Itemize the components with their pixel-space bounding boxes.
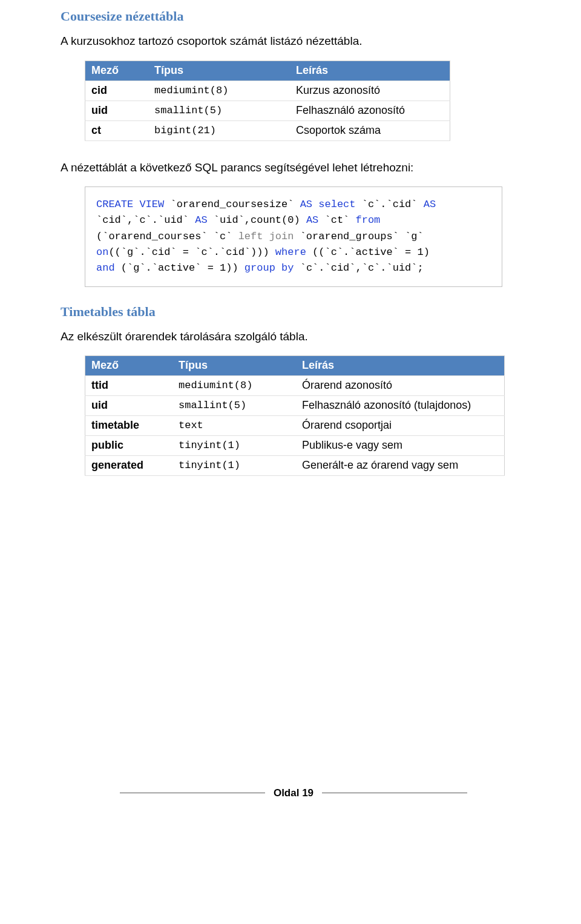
code-token: select bbox=[318, 199, 355, 210]
cell-field: generated bbox=[85, 456, 173, 476]
cell-desc: Órarend csoportjai bbox=[296, 416, 505, 436]
th-desc: Leírás bbox=[290, 61, 450, 81]
code-token: (`g`.`active` = 1)) bbox=[115, 262, 245, 274]
sql-code-block: CREATE VIEW `orarend_coursesize` AS sele… bbox=[85, 186, 502, 287]
cell-type: tinyint(1) bbox=[172, 436, 296, 456]
code-token: `orarend_groups` `g` bbox=[294, 231, 423, 242]
code-token: by bbox=[281, 262, 294, 274]
code-token: group bbox=[245, 262, 275, 274]
th-field: Mező bbox=[85, 61, 149, 81]
table-row: ttid mediumint(8) Órarend azonosító bbox=[85, 376, 505, 396]
cell-field: ct bbox=[85, 120, 149, 140]
table-row: timetable text Órarend csoportjai bbox=[85, 416, 505, 436]
code-token: from bbox=[356, 214, 381, 226]
code-token: `c`.`cid` bbox=[356, 199, 424, 210]
code-token: AS bbox=[195, 214, 207, 226]
table-timetables: Mező Típus Leírás ttid mediumint(8) Órar… bbox=[85, 355, 505, 476]
cell-desc: Felhasználó azonosító bbox=[290, 101, 450, 120]
table-coursesize: Mező Típus Leírás cid mediumint(8) Kurzu… bbox=[85, 61, 450, 141]
cell-field: cid bbox=[85, 81, 149, 101]
code-token: AS bbox=[424, 199, 436, 210]
table-row: uid smallint(5) Felhasználó azonosító bbox=[85, 101, 450, 120]
cell-desc: Órarend azonosító bbox=[296, 376, 505, 396]
code-token bbox=[312, 199, 318, 210]
page-number: Oldal 19 bbox=[274, 787, 313, 799]
code-token: VIEW bbox=[133, 199, 164, 210]
th-type: Típus bbox=[148, 61, 290, 81]
cell-desc: Kurzus azonosító bbox=[290, 81, 450, 101]
code-token: left join bbox=[238, 231, 294, 242]
table-row: cid mediumint(8) Kurzus azonosító bbox=[85, 81, 450, 101]
section-desc-timetables: Az elkészült órarendek tárolására szolgá… bbox=[61, 328, 527, 345]
code-token: (`orarend_courses` `c` bbox=[96, 231, 238, 242]
footer-rule-right bbox=[322, 793, 467, 793]
section-title-coursesize: Coursesize nézettábla bbox=[61, 8, 527, 24]
cell-field: timetable bbox=[85, 416, 173, 436]
code-token: and bbox=[96, 262, 115, 274]
code-token: AS bbox=[300, 199, 312, 210]
cell-field: uid bbox=[85, 101, 149, 120]
cell-type: mediumint(8) bbox=[148, 81, 290, 101]
cell-type: text bbox=[172, 416, 296, 436]
cell-desc: Publikus-e vagy sem bbox=[296, 436, 505, 456]
table-row: ct bigint(21) Csoportok száma bbox=[85, 120, 450, 140]
th-desc: Leírás bbox=[296, 356, 505, 376]
cell-desc: Generált-e az órarend vagy sem bbox=[296, 456, 505, 476]
table-header-row: Mező Típus Leírás bbox=[85, 61, 450, 81]
th-field: Mező bbox=[85, 356, 173, 376]
code-token bbox=[275, 262, 281, 274]
table-row: uid smallint(5) Felhasználó azonosító (t… bbox=[85, 396, 505, 416]
section-title-timetables: Timetables tábla bbox=[61, 304, 527, 320]
cell-type: smallint(5) bbox=[148, 101, 290, 120]
cell-field: public bbox=[85, 436, 173, 456]
code-token: ((`c`.`active` = 1) bbox=[306, 246, 430, 258]
table-row: generated tinyint(1) Generált-e az órare… bbox=[85, 456, 505, 476]
footer-rule-left bbox=[120, 793, 265, 793]
cell-desc: Felhasználó azonosító (tulajdonos) bbox=[296, 396, 505, 416]
section-desc-coursesize: A kurzusokhoz tartozó csoportok számát l… bbox=[61, 33, 527, 50]
cell-type: bigint(21) bbox=[148, 120, 290, 140]
code-token: `uid`,count(0) bbox=[208, 214, 306, 226]
code-token: `cid`,`c`.`uid` bbox=[96, 214, 195, 226]
cell-desc: Csoportok száma bbox=[290, 120, 450, 140]
code-token: AS bbox=[306, 214, 318, 226]
code-token: on bbox=[96, 246, 108, 258]
code-token: ((`g`.`cid` = `c`.`cid`))) bbox=[108, 246, 275, 258]
th-type: Típus bbox=[172, 356, 296, 376]
code-token: `orarend_coursesize` bbox=[164, 199, 300, 210]
page-footer: Oldal 19 bbox=[120, 787, 467, 799]
table-row: public tinyint(1) Publikus-e vagy sem bbox=[85, 436, 505, 456]
code-token: `ct` bbox=[318, 214, 355, 226]
cell-field: ttid bbox=[85, 376, 173, 396]
cell-type: tinyint(1) bbox=[172, 456, 296, 476]
table-header-row: Mező Típus Leírás bbox=[85, 356, 505, 376]
cell-field: uid bbox=[85, 396, 173, 416]
cell-type: mediumint(8) bbox=[172, 376, 296, 396]
code-token: CREATE bbox=[96, 199, 133, 210]
code-token: `c`.`cid`,`c`.`uid`; bbox=[294, 262, 423, 274]
code-token: where bbox=[275, 246, 306, 258]
paragraph-sql-intro: A nézettáblát a következő SQL parancs se… bbox=[61, 159, 527, 176]
cell-type: smallint(5) bbox=[172, 396, 296, 416]
